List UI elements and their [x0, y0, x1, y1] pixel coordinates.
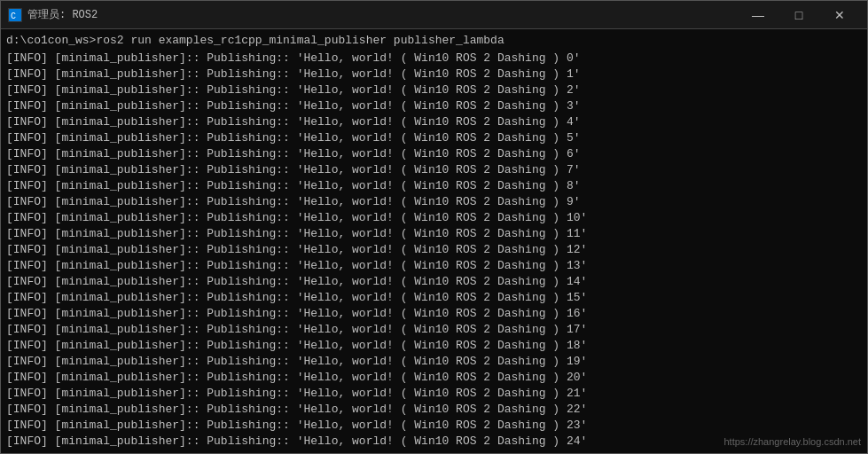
svg-text:C: C — [11, 12, 16, 21]
maximize-button[interactable]: □ — [778, 1, 819, 29]
log-line: [INFO] [minimal_publisher]:: Publishing:… — [6, 242, 862, 258]
log-line: [INFO] [minimal_publisher]:: Publishing:… — [6, 226, 862, 242]
log-line: [INFO] [minimal_publisher]:: Publishing:… — [6, 274, 862, 290]
log-line: [INFO] [minimal_publisher]:: Publishing:… — [6, 402, 862, 418]
log-line: [INFO] [minimal_publisher]:: Publishing:… — [6, 210, 862, 226]
close-button[interactable]: ✕ — [819, 1, 860, 29]
log-line: [INFO] [minimal_publisher]:: Publishing:… — [6, 290, 862, 306]
log-line: [INFO] [minimal_publisher]:: Publishing:… — [6, 194, 862, 210]
log-line: [INFO] [minimal_publisher]:: Publishing:… — [6, 354, 862, 370]
command-line: d:\co1con_ws>ros2 run examples_rc1cpp_mi… — [6, 33, 862, 49]
terminal-area[interactable]: d:\co1con_ws>ros2 run examples_rc1cpp_mi… — [1, 29, 867, 453]
terminal-icon: C — [8, 8, 22, 22]
log-line: [INFO] [minimal_publisher]:: Publishing:… — [6, 178, 862, 194]
log-line: [INFO] [minimal_publisher]:: Publishing:… — [6, 338, 862, 354]
minimize-button[interactable]: — — [738, 1, 778, 29]
terminal-window: C 管理员: ROS2 — □ ✕ d:\co1con_ws>ros2 run … — [0, 0, 868, 454]
log-line: [INFO] [minimal_publisher]:: Publishing:… — [6, 82, 862, 98]
window-title: 管理员: ROS2 — [27, 7, 738, 22]
log-line: [INFO] [minimal_publisher]:: Publishing:… — [6, 146, 862, 162]
watermark: https://zhangrelay.blog.csdn.net — [723, 436, 861, 447]
log-line: [INFO] [minimal_publisher]:: Publishing:… — [6, 386, 862, 402]
log-line: [INFO] [minimal_publisher]:: Publishing:… — [6, 130, 862, 146]
log-line: [INFO] [minimal_publisher]:: Publishing:… — [6, 370, 862, 386]
log-line: [INFO] [minimal_publisher]:: Publishing:… — [6, 322, 862, 338]
log-line: [INFO] [minimal_publisher]:: Publishing:… — [6, 51, 862, 67]
window-controls: — □ ✕ — [738, 1, 860, 29]
log-line: [INFO] [minimal_publisher]:: Publishing:… — [6, 258, 862, 274]
title-bar: C 管理员: ROS2 — □ ✕ — [1, 1, 867, 29]
log-container: [INFO] [minimal_publisher]:: Publishing:… — [6, 51, 862, 450]
log-line: [INFO] [minimal_publisher]:: Publishing:… — [6, 306, 862, 322]
log-line: [INFO] [minimal_publisher]:: Publishing:… — [6, 418, 862, 434]
log-line: [INFO] [minimal_publisher]:: Publishing:… — [6, 98, 862, 114]
log-line: [INFO] [minimal_publisher]:: Publishing:… — [6, 162, 862, 178]
log-line: [INFO] [minimal_publisher]:: Publishing:… — [6, 67, 862, 82]
log-line: [INFO] [minimal_publisher]:: Publishing:… — [6, 114, 862, 130]
